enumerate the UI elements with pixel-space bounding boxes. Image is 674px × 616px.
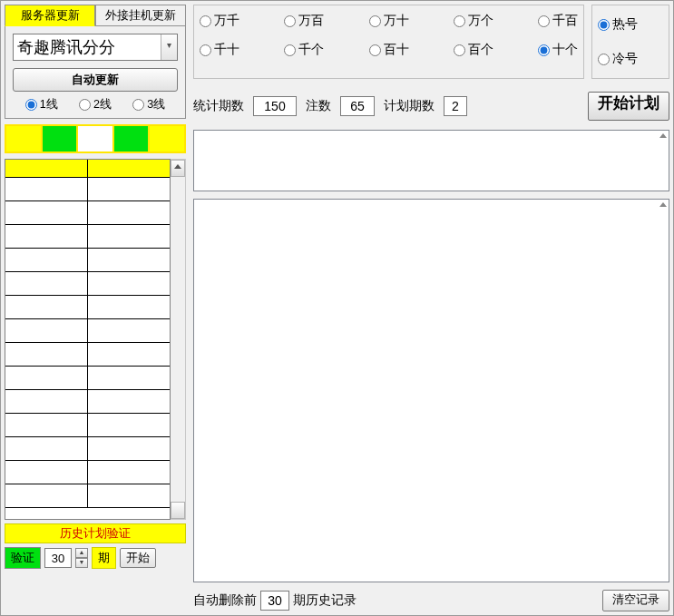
color-cell-2 — [43, 126, 79, 152]
position-row-1: 万千 万百 万十 万个 千百 — [200, 13, 578, 29]
auto-delete-prefix: 自动删除前 — [193, 592, 257, 609]
stat-periods-label: 统计期数 — [193, 98, 244, 114]
app-window: 服务器更新 外接挂机更新 奇趣腾讯分分 ▾ 自动更新 1线 2线 3线 — [0, 0, 674, 616]
radio-line-2[interactable]: 2线 — [79, 97, 112, 112]
color-cell-5 — [150, 126, 184, 152]
grid-header — [5, 160, 170, 178]
start-verify-button[interactable]: 开始 — [120, 548, 156, 568]
start-plan-button[interactable]: 开始计划 — [588, 92, 669, 121]
grid-scrollbar[interactable] — [171, 159, 186, 520]
scroll-up-icon[interactable] — [659, 201, 667, 207]
dropdown-value: 奇趣腾讯分分 — [14, 36, 161, 58]
stat-periods-input[interactable] — [253, 96, 297, 116]
plan-periods-label: 计划期数 — [384, 98, 435, 114]
dropdown-arrow-icon[interactable]: ▾ — [161, 34, 177, 60]
scroll-up-icon[interactable] — [659, 132, 667, 138]
data-grid[interactable] — [5, 159, 171, 520]
data-grid-wrap — [5, 159, 186, 520]
table-row — [5, 201, 170, 225]
stats-row: 统计期数 注数 计划期数 开始计划 — [193, 92, 669, 121]
verify-label: 验证 — [5, 547, 41, 569]
spinner-up-icon[interactable]: ▲ — [75, 548, 88, 558]
left-panel: 服务器更新 外接挂机更新 奇趣腾讯分分 ▾ 自动更新 1线 2线 3线 — [5, 5, 186, 611]
bets-input[interactable] — [340, 96, 375, 116]
table-row — [5, 272, 170, 296]
color-indicator-row — [5, 124, 186, 153]
top-option-row: 万千 万百 万十 万个 千百 千十 千个 百十 百个 十个 热 — [193, 5, 669, 79]
pos-option[interactable]: 千百 — [538, 13, 578, 29]
radio-line-3[interactable]: 3线 — [132, 97, 165, 112]
table-row — [5, 343, 170, 367]
pos-option[interactable]: 百十 — [369, 42, 409, 58]
tab-external-update[interactable]: 外接挂机更新 — [95, 5, 186, 26]
right-panel: 万千 万百 万十 万个 千百 千十 千个 百十 百个 十个 热 — [186, 5, 669, 611]
hotcold-group: 热号 冷号 — [591, 5, 669, 79]
pos-option[interactable]: 十个 — [538, 42, 578, 58]
source-dropdown[interactable]: 奇趣腾讯分分 ▾ — [13, 34, 178, 61]
pos-option[interactable]: 万十 — [369, 13, 409, 29]
verify-row: 验证 ▲ ▼ 期 开始 — [5, 547, 186, 569]
pos-option[interactable]: 百个 — [454, 42, 493, 58]
pos-option[interactable]: 千十 — [200, 42, 239, 58]
verify-spinner[interactable]: ▲ ▼ — [75, 548, 88, 568]
radio-hot[interactable]: 热号 — [598, 16, 638, 33]
output-textbox-1[interactable] — [193, 130, 669, 191]
plan-periods-input[interactable] — [444, 96, 467, 116]
tab-server-update[interactable]: 服务器更新 — [5, 5, 95, 26]
bottom-row: 自动删除前 期历史记录 清空记录 — [193, 590, 669, 611]
color-cell-3 — [78, 126, 114, 152]
auto-update-button[interactable]: 自动更新 — [13, 68, 178, 92]
pos-option[interactable]: 千个 — [284, 42, 324, 58]
line-radio-group: 1线 2线 3线 — [13, 92, 178, 112]
table-row — [5, 319, 170, 343]
pos-option[interactable]: 万千 — [200, 13, 239, 29]
update-tabs: 服务器更新 外接挂机更新 — [5, 5, 186, 26]
auto-delete-input[interactable] — [260, 591, 289, 611]
auto-delete-suffix: 期历史记录 — [293, 592, 357, 609]
table-row — [5, 225, 170, 249]
spinner-down-icon[interactable]: ▼ — [75, 558, 88, 568]
tab-body: 奇趣腾讯分分 ▾ 自动更新 1线 2线 3线 — [5, 26, 186, 119]
position-group: 万千 万百 万十 万个 千百 千十 千个 百十 百个 十个 — [193, 5, 584, 79]
table-row — [5, 390, 170, 414]
scroll-down-icon[interactable] — [174, 510, 181, 514]
output-textbox-2[interactable] — [193, 199, 669, 582]
scroll-up-icon[interactable] — [174, 164, 181, 169]
period-unit-label: 期 — [92, 547, 116, 569]
table-row — [5, 178, 170, 201]
table-row — [5, 296, 170, 319]
color-cell-4 — [114, 126, 151, 152]
pos-option[interactable]: 万百 — [284, 13, 324, 29]
table-row — [5, 484, 170, 508]
table-row — [5, 461, 170, 484]
bets-label: 注数 — [306, 98, 331, 114]
pos-option[interactable]: 万个 — [454, 13, 493, 29]
position-row-2: 千十 千个 百十 百个 十个 — [200, 42, 578, 58]
verify-value-input[interactable] — [44, 548, 72, 568]
clear-log-button[interactable]: 清空记录 — [602, 590, 669, 611]
table-row — [5, 437, 170, 461]
color-cell-1 — [6, 126, 43, 152]
table-row — [5, 249, 170, 272]
radio-cold[interactable]: 冷号 — [598, 51, 638, 67]
history-validate-title: 历史计划验证 — [5, 523, 186, 543]
radio-line-1[interactable]: 1线 — [25, 97, 58, 112]
table-row — [5, 367, 170, 390]
table-row — [5, 414, 170, 437]
